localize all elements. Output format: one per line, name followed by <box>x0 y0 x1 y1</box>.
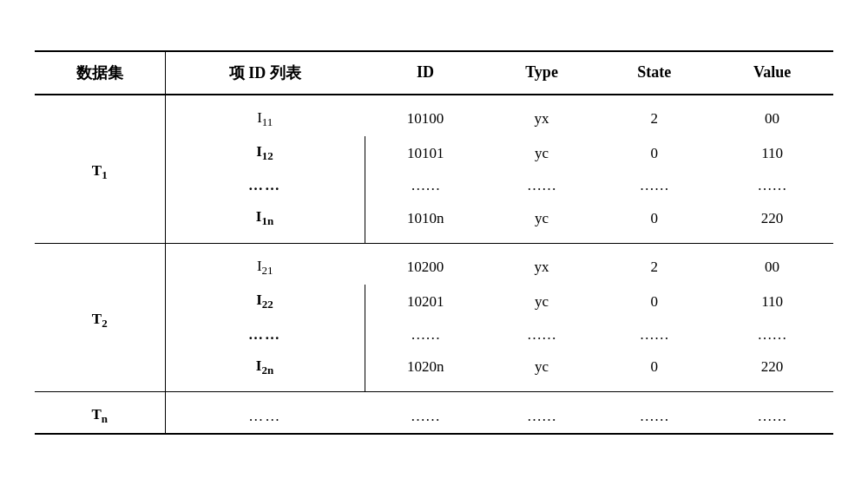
type-cell: yc <box>486 285 597 318</box>
type-cell: …… <box>486 319 597 351</box>
table-row: T2I2110200yx200 <box>35 243 833 285</box>
id-cell: 1010n <box>365 201 486 243</box>
table-container: 数据集 项 ID 列表 ID Type State Value T1I11101… <box>35 50 833 436</box>
id-cell: …… <box>365 391 486 434</box>
table-row: T1I1110100yx200 <box>35 95 833 136</box>
type-cell: …… <box>486 170 597 201</box>
item-id-cell: I1n <box>165 201 365 243</box>
item-id-cell: I12 <box>165 136 365 170</box>
dataset-cell: T1 <box>35 95 165 244</box>
value-cell: 00 <box>711 243 833 285</box>
id-cell: 10101 <box>365 136 486 170</box>
header-id: ID <box>365 51 486 95</box>
id-cell: 10200 <box>365 243 486 285</box>
type-cell: yc <box>486 201 597 243</box>
header-dataset: 数据集 <box>35 51 165 95</box>
state-cell: 2 <box>597 243 711 285</box>
type-cell: yc <box>486 136 597 170</box>
value-cell: 00 <box>711 95 833 136</box>
value-cell: …… <box>711 391 833 434</box>
state-cell: 0 <box>597 136 711 170</box>
header-item-id-list: 项 ID 列表 <box>165 51 365 95</box>
value-cell: 110 <box>711 285 833 318</box>
table-row: Tn………………………… <box>35 391 833 434</box>
id-cell: …… <box>365 319 486 351</box>
header-row: 数据集 项 ID 列表 ID Type State Value <box>35 51 833 95</box>
item-id-cell: I22 <box>165 285 365 318</box>
state-cell: 0 <box>597 285 711 318</box>
type-cell: …… <box>486 391 597 434</box>
type-cell: yc <box>486 351 597 392</box>
data-table: 数据集 项 ID 列表 ID Type State Value T1I11101… <box>35 50 833 436</box>
header-state: State <box>597 51 711 95</box>
state-cell: …… <box>597 319 711 351</box>
id-cell: 10201 <box>365 285 486 318</box>
value-cell: 220 <box>711 201 833 243</box>
state-cell: …… <box>597 170 711 201</box>
state-cell: 0 <box>597 201 711 243</box>
item-id-cell: I21 <box>165 243 365 285</box>
id-cell: 1020n <box>365 351 486 392</box>
item-id-cell: …… <box>165 391 365 434</box>
type-cell: yx <box>486 243 597 285</box>
value-cell: …… <box>711 170 833 201</box>
value-cell: …… <box>711 319 833 351</box>
header-value: Value <box>711 51 833 95</box>
state-cell: 2 <box>597 95 711 136</box>
state-cell: …… <box>597 391 711 434</box>
value-cell: 220 <box>711 351 833 392</box>
id-cell: 10100 <box>365 95 486 136</box>
header-type: Type <box>486 51 597 95</box>
dataset-cell: T2 <box>35 243 165 391</box>
state-cell: 0 <box>597 351 711 392</box>
type-cell: yx <box>486 95 597 136</box>
item-id-cell: …… <box>165 319 365 351</box>
item-id-cell: I2n <box>165 351 365 392</box>
id-cell: …… <box>365 170 486 201</box>
value-cell: 110 <box>711 136 833 170</box>
item-id-cell: …… <box>165 170 365 201</box>
item-id-cell: I11 <box>165 95 365 136</box>
dataset-cell: Tn <box>35 391 165 434</box>
